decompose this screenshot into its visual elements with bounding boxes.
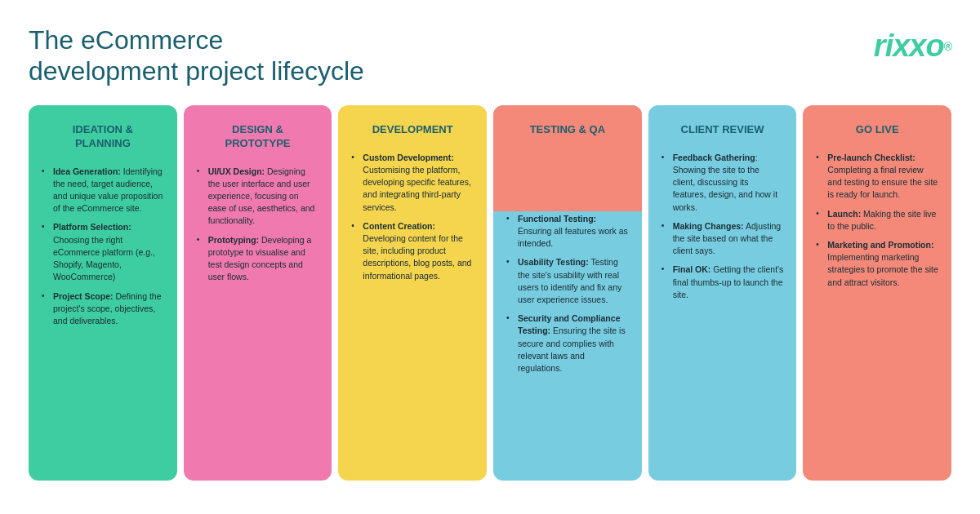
list-item: Platform Selection: Choosing the right e… xyxy=(42,221,164,283)
column-design: DESIGN &PROTOTYPEUI/UX Design: Designing… xyxy=(184,105,332,481)
header: The eCommerce development project lifecy… xyxy=(29,24,951,87)
logo: rixxo® xyxy=(874,29,951,64)
column-header-testing: TESTING & QA xyxy=(506,123,629,137)
list-item: Usability Testing: Testing the site's us… xyxy=(506,256,629,306)
list-item: Idea Generation: Identifying the need, t… xyxy=(42,166,164,215)
list-item: Pre-launch Checklist: Completing a final… xyxy=(816,152,938,202)
lifecycle-columns: IDEATION &PLANNINGIdea Generation: Ident… xyxy=(29,105,951,481)
list-item: Launch: Making the site live to the publ… xyxy=(816,208,938,233)
list-item: Making Changes: Adjusting the site based… xyxy=(662,220,784,258)
list-item: Feedback Gathering: Showing the site to … xyxy=(662,152,784,214)
column-header-ideation: IDEATION &PLANNING xyxy=(42,123,164,151)
list-item: Final OK: Getting the client's final thu… xyxy=(662,264,784,301)
column-header-go-live: GO LIVE xyxy=(816,123,938,137)
column-content-go-live: Pre-launch Checklist: Completing a final… xyxy=(816,152,938,466)
column-content-client-review: Feedback Gathering: Showing the site to … xyxy=(662,152,784,466)
list-item: Marketing and Promotion: Implementing ma… xyxy=(816,239,938,289)
list-item: Prototyping: Developing a prototype to v… xyxy=(197,234,319,284)
column-testing: TESTING & QAFunctional Testing: Ensuring… xyxy=(493,105,642,481)
column-go-live: GO LIVEPre-launch Checklist: Completing … xyxy=(803,105,951,481)
list-item: Content Creation: Developing content for… xyxy=(351,220,474,282)
list-item: Security and Compliance Testing: Ensurin… xyxy=(506,312,629,374)
list-item: Functional Testing: Ensuring all feature… xyxy=(506,213,629,250)
list-item: Project Scope: Defining the project's sc… xyxy=(42,290,164,328)
page-title: The eCommerce development project lifecy… xyxy=(29,24,364,87)
column-content-design: UI/UX Design: Designing the user interfa… xyxy=(197,166,319,466)
list-item: UI/UX Design: Designing the user interfa… xyxy=(197,166,319,228)
column-ideation: IDEATION &PLANNINGIdea Generation: Ident… xyxy=(29,105,177,481)
column-client-review: CLIENT REVIEWFeedback Gathering: Showing… xyxy=(648,105,797,481)
page: The eCommerce development project lifecy… xyxy=(0,0,980,514)
column-content-development: Custom Development: Customising the plat… xyxy=(351,152,474,466)
column-header-client-review: CLIENT REVIEW xyxy=(662,123,784,137)
column-content-testing: Functional Testing: Ensuring all feature… xyxy=(506,213,629,466)
column-header-development: DEVELOPMENT xyxy=(351,123,474,137)
list-item: Custom Development: Customising the plat… xyxy=(351,152,474,214)
column-content-ideation: Idea Generation: Identifying the need, t… xyxy=(42,166,164,466)
column-development: DEVELOPMENTCustom Development: Customisi… xyxy=(338,105,487,481)
column-header-design: DESIGN &PROTOTYPE xyxy=(197,123,319,151)
